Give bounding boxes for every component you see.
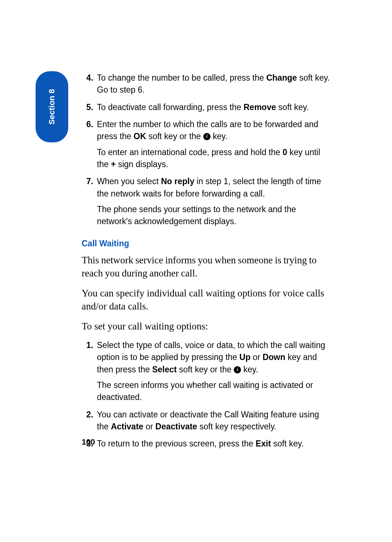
- list-item-para: To change the number to be called, press…: [97, 72, 332, 96]
- page-number: 100: [82, 437, 95, 447]
- nav-key-icon: [234, 366, 241, 373]
- list-item-number: 7.: [82, 175, 97, 227]
- bold-text: Select: [152, 365, 177, 374]
- section-tab: Section 8: [36, 71, 68, 142]
- list-item-body: Enter the number to which the calls are …: [97, 118, 332, 170]
- list-item-para: To enter an international code, press an…: [97, 146, 332, 171]
- bold-text: Down: [262, 352, 285, 362]
- list-item: 5.To deactivate call forwarding, press t…: [82, 101, 332, 113]
- content-area: 4.To change the number to be called, pre…: [82, 72, 332, 455]
- list-item-para: To return to the previous screen, press …: [97, 438, 332, 450]
- list-item-number: 1.: [82, 339, 97, 404]
- list-item-para: The screen informs you whether call wait…: [97, 379, 332, 404]
- bold-text: Deactivate: [155, 422, 197, 431]
- list-item-body: To return to the previous screen, press …: [97, 438, 332, 450]
- bold-text: +: [111, 159, 115, 169]
- bold-text: Activate: [111, 422, 143, 431]
- bold-text: No reply: [161, 177, 194, 186]
- call-waiting-para-3: To set your call waiting options:: [82, 320, 332, 333]
- list-item-body: To deactivate call forwarding, press the…: [97, 101, 332, 113]
- bold-text: Remove: [244, 102, 276, 112]
- list-item-body: You can activate or deactivate the Call …: [97, 409, 332, 433]
- list-item-number: 6.: [82, 118, 97, 170]
- bold-text: OK: [134, 132, 146, 141]
- list-item: 6.Enter the number to which the calls ar…: [82, 118, 332, 170]
- bold-text: 0: [282, 147, 287, 157]
- list-item-para: When you select No reply in step 1, sele…: [97, 175, 332, 200]
- ordered-list-b: 1.Select the type of calls, voice or dat…: [82, 339, 332, 450]
- list-item-para: Enter the number to which the calls are …: [97, 118, 332, 143]
- nav-key-icon: [203, 133, 211, 140]
- section-tab-label: Section 8: [47, 89, 57, 125]
- list-item-number: 4.: [82, 72, 97, 96]
- list-item-body: When you select No reply in step 1, sele…: [97, 175, 332, 227]
- list-item-body: To change the number to be called, press…: [97, 72, 332, 96]
- list-item-body: Select the type of calls, voice or data,…: [97, 339, 332, 404]
- list-item-number: 5.: [82, 101, 97, 113]
- list-item: 1.Select the type of calls, voice or dat…: [82, 339, 332, 404]
- list-item: 2.You can activate or deactivate the Cal…: [82, 409, 332, 433]
- list-item: 4.To change the number to be called, pre…: [82, 72, 332, 96]
- ordered-list-a: 4.To change the number to be called, pre…: [82, 72, 332, 228]
- list-item: 7. When you select No reply in step 1, s…: [82, 175, 332, 227]
- list-item-number: 2.: [82, 409, 97, 433]
- call-waiting-para-2: You can specify individual call waiting …: [82, 287, 332, 313]
- bold-text: Change: [266, 73, 297, 82]
- list-item-para: You can activate or deactivate the Call …: [97, 409, 332, 433]
- bold-text: Exit: [256, 439, 271, 448]
- bold-text: Up: [240, 352, 251, 362]
- page: Section 8 4.To change the number to be c…: [0, 0, 392, 542]
- call-waiting-para-1: This network service informs you when so…: [82, 254, 332, 280]
- list-item: 3.To return to the previous screen, pres…: [82, 438, 332, 450]
- list-item-para: To deactivate call forwarding, press the…: [97, 101, 332, 113]
- list-item-para: The phone sends your settings to the net…: [97, 203, 332, 228]
- heading-call-waiting: Call Waiting: [82, 239, 332, 248]
- list-item-para: Select the type of calls, voice or data,…: [97, 339, 332, 376]
